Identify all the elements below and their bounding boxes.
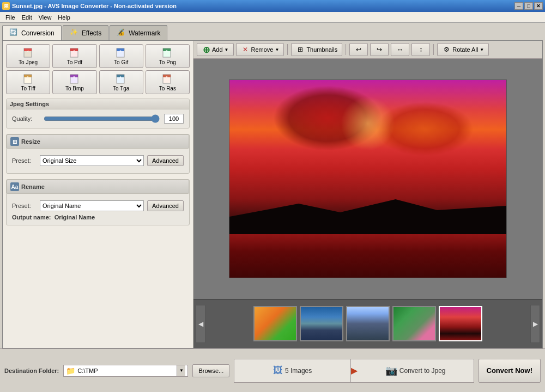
menu-bar: File Edit View Help xyxy=(0,12,545,23)
destination-path-input[interactable] xyxy=(77,367,174,374)
tab-watermark[interactable]: 🔏 Watermark xyxy=(110,25,167,40)
pdf-icon: P xyxy=(69,47,80,58)
tab-conversion[interactable]: 🔄 Conversion xyxy=(2,25,62,40)
sun-glow xyxy=(341,96,395,151)
flip-v-button[interactable]: ↕ xyxy=(411,43,430,56)
rename-preset-label: Preset: xyxy=(12,203,37,209)
gif-label: To Gif xyxy=(114,59,128,65)
remove-button[interactable]: ✕ Remove ▼ xyxy=(236,43,284,56)
rotate-left-button[interactable]: ↩ xyxy=(349,43,368,56)
quality-value[interactable] xyxy=(164,114,184,124)
toolbar-separator-2 xyxy=(346,44,346,55)
format-button-pdf[interactable]: P To Pdf xyxy=(52,44,96,68)
tab-watermark-label: Watermark xyxy=(129,29,160,37)
left-panel: J To Jpeg P To Pdf G To Gif xyxy=(3,41,193,348)
toolbar-separator-1 xyxy=(287,44,288,55)
settings-icon: ⚙ xyxy=(442,45,451,54)
destination-input-area: 📁 ▼ xyxy=(63,365,188,377)
resize-icon: ⊞ xyxy=(10,137,19,146)
resize-preset-label: Preset: xyxy=(12,157,37,164)
rename-advanced-button[interactable]: Advanced xyxy=(147,200,184,211)
tab-effects[interactable]: ✨ Effects xyxy=(63,25,108,40)
rename-header[interactable]: Aa Rename xyxy=(7,180,189,194)
resize-preset-row: Preset: Original Size Custom 800x600 102… xyxy=(12,155,184,166)
resize-header[interactable]: ⊞ Resize xyxy=(7,134,189,149)
thumbnails-prev-arrow[interactable]: ◀ xyxy=(196,305,205,343)
remove-label: Remove xyxy=(251,46,274,53)
gif-icon: G xyxy=(116,47,126,58)
menu-help[interactable]: Help xyxy=(55,13,74,22)
thumbnail-blue-hills[interactable] xyxy=(300,306,343,341)
close-button[interactable]: ✕ xyxy=(534,2,543,10)
rename-title: Rename xyxy=(21,183,45,190)
menu-view[interactable]: View xyxy=(35,13,55,22)
rotate-all-button[interactable]: ⚙ Rotate All ▼ xyxy=(437,43,489,56)
preview-area xyxy=(193,59,542,299)
images-count-section: 🖼 5 Images xyxy=(234,359,351,382)
format-button-gif[interactable]: G To Gif xyxy=(99,44,143,68)
output-row: Output name: Original Name xyxy=(12,214,184,220)
thumbnails-label: Thumbnails xyxy=(306,46,337,53)
toolbar-separator-3 xyxy=(433,44,434,55)
toolbar: ⊕ Add ▼ ✕ Remove ▼ ⊞ Thumbnails ↩ xyxy=(193,41,542,59)
thumbnails-next-arrow[interactable]: ▶ xyxy=(530,305,540,343)
quality-slider[interactable] xyxy=(44,114,160,123)
bmp-icon: B xyxy=(69,74,80,84)
rotate-right-button[interactable]: ↪ xyxy=(370,43,389,56)
images-count: 5 Images xyxy=(285,367,312,375)
format-button-jpeg[interactable]: J To Jpeg xyxy=(6,44,50,68)
svg-text:A: A xyxy=(120,75,122,78)
tga-icon: A xyxy=(116,74,126,84)
output-value: Original Name xyxy=(55,214,95,220)
tab-conversion-label: Conversion xyxy=(21,29,55,37)
thumbnails-area: ◀ ▶ xyxy=(193,299,542,348)
rotate-all-dropdown-arrow: ▼ xyxy=(480,47,484,52)
resize-title: Resize xyxy=(21,138,40,145)
rename-preset-select[interactable]: Original Name Custom Sequential xyxy=(40,200,144,211)
jpeg-label: To Jpeg xyxy=(19,59,38,65)
thumbnail-water[interactable] xyxy=(346,306,390,341)
rename-section: Aa Rename Preset: Original Name Custom S… xyxy=(6,179,190,225)
add-button[interactable]: ⊕ Add ▼ xyxy=(197,43,234,56)
rename-preset-row: Preset: Original Name Custom Sequential … xyxy=(12,200,184,211)
menu-file[interactable]: File xyxy=(2,13,19,22)
water xyxy=(229,234,506,278)
rotate-all-label: Rotate All xyxy=(452,46,478,53)
convert-now-button[interactable]: Convert Now! xyxy=(479,359,541,383)
thumbnail-lily[interactable] xyxy=(392,306,436,341)
conversion-tab-icon: 🔄 xyxy=(9,28,19,38)
tga-label: To Tga xyxy=(113,85,129,91)
menu-edit[interactable]: Edit xyxy=(19,13,35,22)
add-label: Add xyxy=(212,46,223,53)
format-button-tiff[interactable]: T To Tiff xyxy=(6,70,50,94)
thumbnail-sunset[interactable] xyxy=(439,306,482,341)
mountain xyxy=(229,191,506,234)
format-button-tga[interactable]: A To Tga xyxy=(99,70,143,94)
minimize-button[interactable]: ─ xyxy=(514,2,523,10)
flip-h-button[interactable]: ↔ xyxy=(391,43,409,56)
resize-advanced-button[interactable]: Advanced xyxy=(147,155,184,166)
flip-v-icon: ↕ xyxy=(416,45,425,54)
format-button-ras[interactable]: R To Ras xyxy=(146,70,190,94)
format-button-bmp[interactable]: B To Bmp xyxy=(52,70,96,94)
convert-icon: 📷 xyxy=(385,365,397,377)
thumbnail-fruit[interactable] xyxy=(253,306,297,341)
ras-label: To Ras xyxy=(159,85,176,91)
svg-text:R: R xyxy=(166,75,168,78)
main-container: 🔄 Conversion ✨ Effects 🔏 Watermark J To … xyxy=(0,23,545,392)
destination-dropdown[interactable]: ▼ xyxy=(177,365,185,376)
png-label: To Png xyxy=(159,59,176,65)
jpeg-settings-header: Jpeg Settings xyxy=(7,99,189,109)
format-grid: J To Jpeg P To Pdf G To Gif xyxy=(6,44,190,94)
resize-preset-select[interactable]: Original Size Custom 800x600 1024x768 xyxy=(40,155,144,166)
window-controls: ─ □ ✕ xyxy=(514,2,543,10)
maximize-button[interactable]: □ xyxy=(524,2,533,10)
arrow-separator: ▶ xyxy=(351,365,358,376)
effects-tab-icon: ✨ xyxy=(70,28,80,38)
format-button-png[interactable]: N To Png xyxy=(146,44,190,68)
svg-text:J: J xyxy=(27,49,28,52)
convert-to-section: 📷 Convert to Jpeg xyxy=(358,359,474,382)
thumbnails-button[interactable]: ⊞ Thumbnails xyxy=(291,43,342,56)
rotate-right-icon: ↪ xyxy=(375,45,384,54)
browse-button[interactable]: Browse... xyxy=(192,364,229,377)
